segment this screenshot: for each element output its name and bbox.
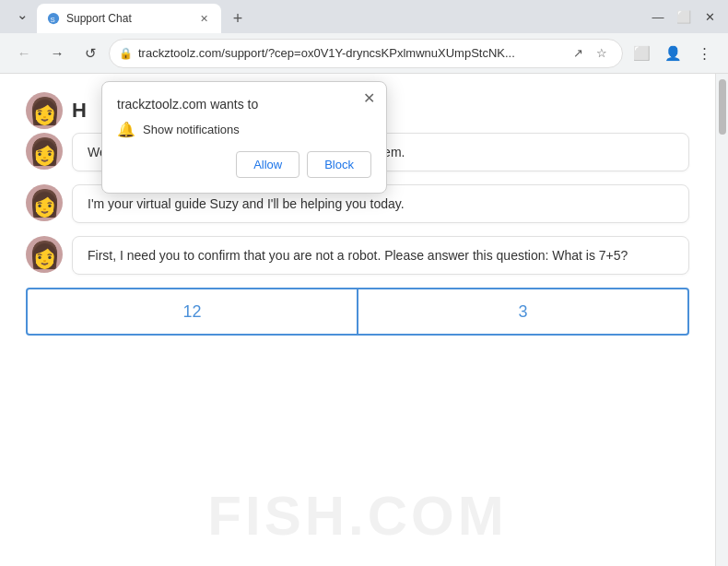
bell-icon: 🔔 xyxy=(117,121,135,138)
window-controls: — ⬜ ✕ xyxy=(647,6,721,28)
window-close-button[interactable]: ✕ xyxy=(699,6,721,28)
watermark: FISH.COM xyxy=(207,484,507,548)
tab-close-button[interactable]: ✕ xyxy=(195,10,212,27)
answer-button-3[interactable]: 3 xyxy=(358,288,689,336)
share-icon[interactable]: ↗ xyxy=(567,42,589,65)
answer-row: 12 3 xyxy=(26,288,689,336)
tab-title: Support Chat xyxy=(66,12,190,25)
nav-bar: ← → ↺ 🔒 trackztoolz.com/support/?cep=ox0… xyxy=(0,33,728,74)
address-actions: ↗ ☆ xyxy=(567,42,613,65)
scroll-thumb[interactable] xyxy=(719,79,726,135)
chat-bubble-3: First, I need you to confirm that you ar… xyxy=(72,236,689,275)
svg-text:S: S xyxy=(51,16,55,24)
allow-button[interactable]: Allow xyxy=(236,151,299,178)
extensions-button[interactable]: ⬜ xyxy=(627,39,656,68)
new-tab-button[interactable]: + xyxy=(225,6,251,31)
minimize-button[interactable]: — xyxy=(647,6,669,28)
profile-button[interactable]: 👤 xyxy=(658,39,687,68)
url-text: trackztoolz.com/support/?cep=ox0V1Y-dryn… xyxy=(138,46,561,60)
notification-popup: ✕ trackztoolz.com wants to 🔔 Show notifi… xyxy=(101,81,387,194)
avatar-heading: 👩 xyxy=(26,92,63,129)
permission-label: Show notifications xyxy=(143,123,240,136)
bookmark-icon[interactable]: ☆ xyxy=(591,42,613,65)
active-tab[interactable]: S Support Chat ✕ xyxy=(37,4,221,33)
browser-frame: ⌄ S Support Chat ✕ + — ⬜ ✕ ← → ↺ 🔒 track… xyxy=(0,0,728,566)
avatar-2: 👩 xyxy=(26,184,63,221)
tab-bar: ⌄ S Support Chat ✕ + xyxy=(7,0,643,33)
chat-row-3: 👩 First, I need you to confirm that you … xyxy=(26,236,689,275)
nav-right-buttons: ⬜ 👤 ⋮ xyxy=(627,39,719,68)
popup-permission-row: 🔔 Show notifications xyxy=(117,121,371,138)
avatar-3: 👩 xyxy=(26,236,63,273)
content-area: FISH.COM 👩 H 👩 Welcome to the interactiv… xyxy=(0,74,728,566)
tab-list-chevron[interactable]: ⌄ xyxy=(7,0,37,29)
maximize-button[interactable]: ⬜ xyxy=(673,6,695,28)
popup-site-text: trackztoolz.com wants to xyxy=(117,97,371,112)
forward-button[interactable]: → xyxy=(42,39,72,68)
block-button[interactable]: Block xyxy=(307,151,371,178)
menu-button[interactable]: ⋮ xyxy=(689,39,719,68)
back-button[interactable]: ← xyxy=(9,39,39,68)
chat-heading: H xyxy=(72,99,87,123)
answer-button-12[interactable]: 12 xyxy=(26,288,358,336)
popup-close-button[interactable]: ✕ xyxy=(363,91,375,106)
address-bar[interactable]: 🔒 trackztoolz.com/support/?cep=ox0V1Y-dr… xyxy=(109,39,623,68)
tab-favicon: S xyxy=(46,11,61,26)
lock-icon: 🔒 xyxy=(119,47,133,60)
scrollbar[interactable] xyxy=(715,74,728,566)
avatar-1: 👩 xyxy=(26,133,63,170)
reload-button[interactable]: ↺ xyxy=(76,39,105,68)
title-bar: ⌄ S Support Chat ✕ + — ⬜ ✕ xyxy=(0,0,728,33)
popup-actions: Allow Block xyxy=(117,151,371,178)
